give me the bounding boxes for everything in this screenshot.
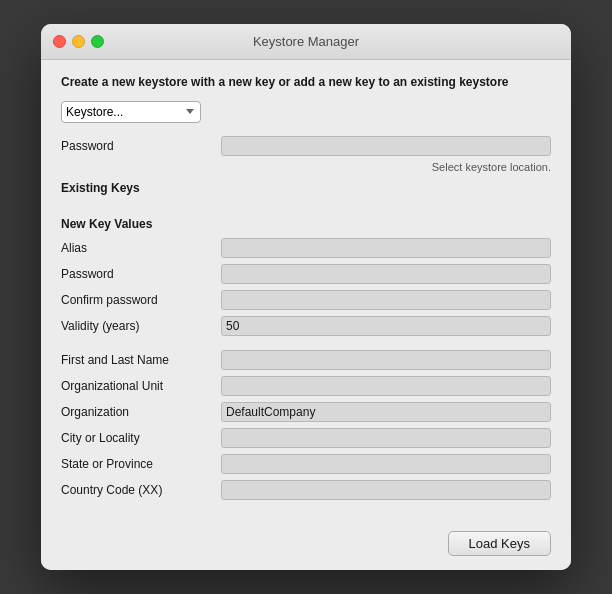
name-label: First and Last Name [61,353,221,367]
titlebar: Keystore Manager [41,24,571,60]
keystore-row: Keystore...New KeystoreExisting Keystore [61,101,551,123]
keystore-manager-window: Keystore Manager Create a new keystore w… [41,24,571,570]
organization-label: Organization [61,405,221,419]
confirm-password-label: Confirm password [61,293,221,307]
country-label: Country Code (XX) [61,483,221,497]
keystore-hint: Select keystore location. [61,161,551,173]
password-input[interactable] [221,136,551,156]
validity-label: Validity (years) [61,319,221,333]
validity-row: Validity (years) [61,315,551,337]
password-label: Password [61,139,221,153]
city-input[interactable] [221,428,551,448]
maximize-button[interactable] [91,35,104,48]
traffic-lights [53,35,104,48]
name-input[interactable] [221,350,551,370]
key-password-input[interactable] [221,264,551,284]
close-button[interactable] [53,35,66,48]
state-row: State or Province [61,453,551,475]
load-keys-button[interactable]: Load Keys [448,531,551,556]
city-label: City or Locality [61,431,221,445]
footer: Load Keys [41,521,571,570]
name-row: First and Last Name [61,349,551,371]
alias-input[interactable] [221,238,551,258]
country-input[interactable] [221,480,551,500]
confirm-password-input[interactable] [221,290,551,310]
main-content: Create a new keystore with a new key or … [41,60,571,521]
country-row: Country Code (XX) [61,479,551,501]
state-label: State or Province [61,457,221,471]
new-key-values-title: New Key Values [61,217,551,231]
window-title: Keystore Manager [253,34,359,49]
state-input[interactable] [221,454,551,474]
city-row: City or Locality [61,427,551,449]
org-unit-row: Organizational Unit [61,375,551,397]
password-section-row: Password [61,135,551,157]
alias-label: Alias [61,241,221,255]
validity-input[interactable] [221,316,551,336]
minimize-button[interactable] [72,35,85,48]
alias-row: Alias [61,237,551,259]
org-unit-label: Organizational Unit [61,379,221,393]
org-unit-input[interactable] [221,376,551,396]
key-password-row: Password [61,263,551,285]
organization-input[interactable] [221,402,551,422]
organization-row: Organization [61,401,551,423]
confirm-password-row: Confirm password [61,289,551,311]
key-password-label: Password [61,267,221,281]
keystore-dropdown[interactable]: Keystore...New KeystoreExisting Keystore [61,101,201,123]
description-text: Create a new keystore with a new key or … [61,74,551,91]
existing-keys-title: Existing Keys [61,181,551,195]
